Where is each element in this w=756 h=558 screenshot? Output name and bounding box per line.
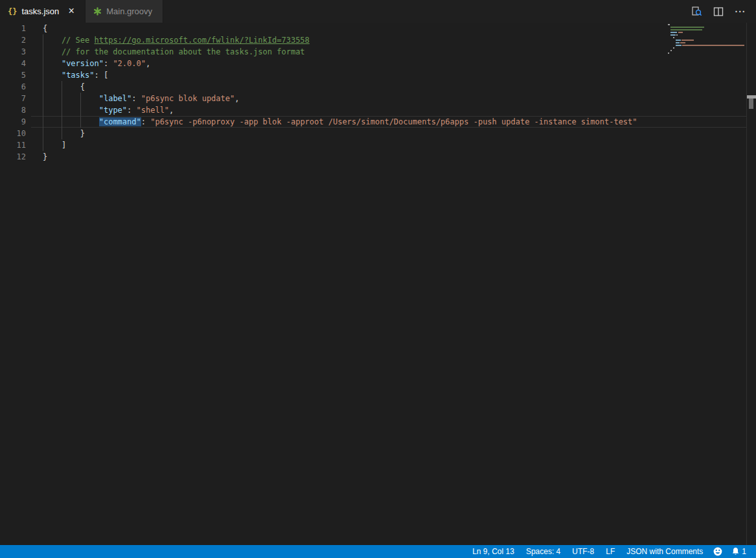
code-line-9[interactable]: 9 "command": "p6sync -p6noproxy -app blo… (0, 116, 746, 128)
token-str: "p6sync blok update" (141, 94, 235, 103)
more-actions-icon[interactable]: ··· (734, 5, 747, 18)
minimap-segment (676, 42, 680, 43)
token-key: "type" (99, 106, 127, 115)
minimap-row (668, 27, 746, 28)
tab-main-groovy[interactable]: Main.groovy (86, 0, 163, 23)
line-number[interactable]: 1 (0, 23, 26, 34)
line-content: // for the documentation about the tasks… (43, 46, 305, 58)
minimap-segment (668, 24, 670, 25)
tab-label: tasks.json (21, 6, 59, 16)
code-line-2[interactable]: 2 // See https://go.microsoft.com/fwlink… (0, 34, 746, 46)
status-language-mode[interactable]: JSON with Comments (621, 545, 709, 558)
minimap-segment (670, 32, 677, 33)
token-plain (43, 71, 62, 80)
code-line-7[interactable]: 7 "label": "p6sync blok update", (0, 93, 746, 104)
minimap-row (668, 40, 746, 41)
line-content: } (43, 151, 47, 163)
status-cursor-position[interactable]: Ln 9, Col 13 (466, 545, 520, 558)
token-comment: // See (43, 36, 94, 45)
line-number[interactable]: 12 (0, 151, 26, 163)
token-key: "label" (99, 94, 132, 103)
code-line-1[interactable]: 1{ (0, 23, 746, 34)
code-editor[interactable]: 1{2 // See https://go.microsoft.com/fwli… (0, 23, 756, 545)
split-editor-icon[interactable] (712, 5, 725, 18)
minimap-row (668, 50, 746, 51)
status-eol[interactable]: LF (600, 545, 621, 558)
token-punct: ] (62, 141, 66, 150)
line-number[interactable]: 6 (0, 81, 26, 93)
minimap-segment (668, 52, 669, 54)
tab-bar-spacer (163, 0, 690, 23)
line-number[interactable]: 4 (0, 58, 26, 69)
minimap-segment (680, 42, 685, 43)
close-tab-icon[interactable]: × (65, 6, 77, 17)
line-number[interactable]: 5 (0, 69, 26, 81)
line-number[interactable]: 10 (0, 128, 26, 139)
status-items: Ln 9, Col 13Spaces: 4UTF-8LFJSON with Co… (466, 545, 709, 558)
minimap-row (668, 32, 746, 33)
status-bar: Ln 9, Col 13Spaces: 4UTF-8LFJSON with Co… (0, 545, 756, 558)
code-area[interactable]: 1{2 // See https://go.microsoft.com/fwli… (0, 23, 746, 163)
feedback-smiley-icon[interactable] (709, 545, 727, 558)
token-plain (43, 141, 62, 150)
line-number[interactable]: 7 (0, 93, 26, 104)
editor-actions: ··· (690, 0, 756, 23)
token-comment: // for the documentation about the tasks… (43, 47, 305, 56)
minimap-segment (682, 40, 694, 41)
code-line-11[interactable]: 11 ] (0, 139, 746, 151)
minimap-segment (676, 34, 678, 36)
line-number[interactable]: 9 (0, 116, 26, 128)
line-content: "type": "shell", (43, 104, 174, 116)
token-punct: { (80, 82, 85, 91)
token-str: "p6sync -p6noproxy -app blok -approot /U… (150, 117, 637, 126)
token-punct: : (141, 117, 150, 126)
minimap-segment (670, 34, 676, 36)
line-content: "version": "2.0.0", (43, 58, 150, 69)
line-number[interactable]: 8 (0, 104, 26, 116)
code-line-10[interactable]: 10 } (0, 128, 746, 139)
token-punct: , (146, 59, 150, 68)
minimap-row (668, 24, 746, 25)
token-plain (43, 129, 80, 138)
token-key: "version" (62, 59, 104, 68)
line-number[interactable]: 3 (0, 46, 26, 58)
minimap-row (668, 52, 746, 54)
code-line-3[interactable]: 3 // for the documentation about the tas… (0, 46, 746, 58)
line-content: } (43, 128, 85, 139)
status-encoding[interactable]: UTF-8 (566, 545, 600, 558)
code-line-6[interactable]: 6 { (0, 81, 746, 93)
token-punct: , (235, 94, 239, 103)
token-punct: { (43, 24, 47, 33)
minimap-segment (678, 32, 683, 33)
token-punct: } (80, 129, 85, 138)
line-content: { (43, 23, 47, 34)
status-indentation[interactable]: Spaces: 4 (520, 545, 566, 558)
minimap-segment (673, 37, 674, 38)
line-content: ] (43, 139, 66, 151)
token-plain (43, 59, 62, 68)
token-str: "shell" (137, 106, 170, 115)
ruler-selection-mark (749, 99, 753, 109)
code-line-8[interactable]: 8 "type": "shell", (0, 104, 746, 116)
line-number[interactable]: 2 (0, 34, 26, 46)
token-plain (43, 82, 80, 91)
minimap-segment (673, 47, 674, 49)
notification-count: 1 (742, 547, 746, 556)
code-line-4[interactable]: 4 "version": "2.0.0", (0, 58, 746, 69)
minimap-row (668, 45, 746, 46)
overview-ruler[interactable] (746, 23, 756, 545)
line-number[interactable]: 11 (0, 139, 26, 151)
line-content: "command": "p6sync -p6noproxy -app blok … (43, 116, 637, 128)
token-link: https://go.microsoft.com/fwlink/?LinkId=… (94, 36, 309, 45)
notifications-bell-icon[interactable]: 1 (727, 545, 751, 558)
minimap-segment (682, 45, 744, 46)
editor-tab-bar: {} tasks.json × Main.groovy (0, 0, 756, 23)
token-punct: : [ (94, 71, 108, 80)
token-punct: , (169, 106, 174, 115)
code-line-12[interactable]: 12} (0, 151, 746, 163)
tab-tasks-json[interactable]: {} tasks.json × (0, 0, 86, 23)
minimap[interactable] (668, 24, 746, 55)
token-punct: : (104, 59, 113, 68)
open-changes-search-icon[interactable] (690, 5, 703, 18)
code-line-5[interactable]: 5 "tasks": [ (0, 69, 746, 81)
